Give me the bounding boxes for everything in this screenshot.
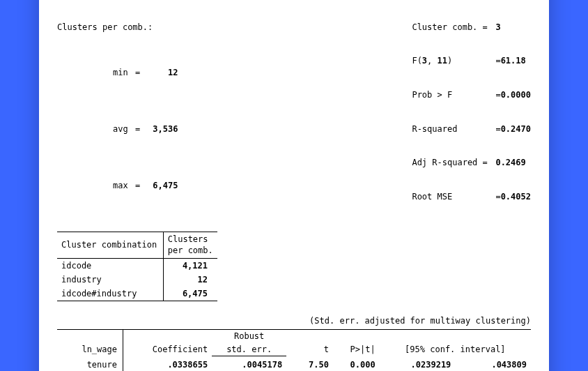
- comb-value: 3: [495, 22, 500, 33]
- se-header-a: Robust: [212, 330, 286, 343]
- min-value: 12: [147, 67, 178, 78]
- se-header-b: std. err.: [212, 343, 286, 356]
- p-header: P>|t|: [333, 330, 380, 356]
- header-right: Number of obs = 18,925 Cluster comb. = 3…: [412, 0, 531, 225]
- cluster-row-name: idcode: [57, 258, 163, 273]
- se: .0045178: [212, 358, 286, 371]
- cluster-row-value: 4,121: [163, 258, 217, 273]
- probf-label: Prob > F: [412, 89, 495, 100]
- cluster-row-name: industry: [57, 273, 163, 287]
- t-header: t: [286, 330, 333, 356]
- probf-value: 0.0000: [501, 89, 531, 100]
- min-label: min: [98, 67, 128, 78]
- se-note: (Std. err. adjusted for multiway cluster…: [57, 315, 531, 326]
- cluster-combination-table: Cluster combination Clusters per comb. i…: [57, 232, 217, 301]
- coef: .0338655: [123, 358, 212, 371]
- regression-table: ln_wage Coefficient Robust t P>|t| [95% …: [57, 329, 531, 371]
- clusters-per-comb-label: Clusters per comb.:: [57, 22, 178, 33]
- avg-label: avg: [98, 123, 128, 135]
- rmse-label: Root MSE: [412, 191, 495, 202]
- cluster-row-value: 12: [163, 273, 217, 287]
- table-row: industry 12: [57, 273, 217, 287]
- ci-header: [95% conf. interval]: [380, 330, 531, 356]
- pval: 0.000: [333, 358, 380, 371]
- table-row: idcode 4,121: [57, 258, 217, 273]
- ci-hi: .043809: [455, 358, 531, 371]
- f-value: 61.18: [501, 55, 526, 66]
- ci-lo: .0239219: [380, 358, 456, 371]
- table-row: idcode#industry 6,475: [57, 287, 217, 301]
- rmse-value: 0.4052: [501, 191, 531, 202]
- adjr2-value: 0.2469: [495, 157, 525, 168]
- cluster-row-name: idcode#industry: [57, 287, 163, 301]
- depvar-label: ln_wage: [57, 330, 123, 356]
- stata-output-panel: . regress ln_wage tenure union collgrad,…: [39, 0, 549, 371]
- cluster-hdr-name: Cluster combination: [57, 232, 163, 258]
- adjr2-label: Adj R-squared =: [412, 157, 495, 168]
- max-label: max: [98, 180, 128, 191]
- tval: 7.50: [286, 358, 333, 371]
- coef-header: Coefficient: [123, 330, 212, 356]
- var-name: tenure: [57, 358, 123, 371]
- comb-label: Cluster comb. =: [412, 22, 495, 33]
- table-row: tenure .0338655 .0045178 7.50 0.000 .023…: [57, 358, 531, 371]
- header-block: Linear regression Clusters per comb.: mi…: [57, 0, 531, 225]
- header-left: Linear regression Clusters per comb.: mi…: [57, 0, 178, 225]
- r2-value: 0.2470: [501, 123, 531, 135]
- cluster-hdr-count: Clusters per comb.: [163, 232, 217, 258]
- max-value: 6,475: [147, 180, 178, 191]
- r2-label: R-squared: [412, 123, 495, 135]
- f-label: F(3, 11): [412, 55, 495, 66]
- cluster-row-value: 6,475: [163, 287, 217, 301]
- avg-value: 3,536: [147, 123, 178, 135]
